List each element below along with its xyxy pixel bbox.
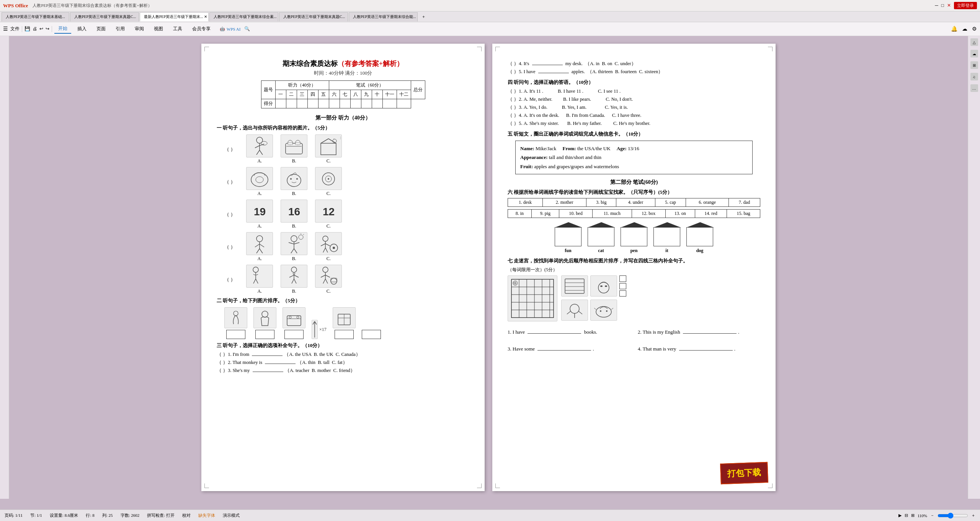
save-icon[interactable]: 💾 [24,26,30,32]
svg-line-14 [321,139,328,143]
listen-q2: （ ） A. [217,167,469,197]
svg-line-43 [303,234,304,235]
menu-view[interactable]: 视图 [150,25,167,33]
view-icon-1[interactable]: ▶ [898,513,902,518]
q2-option-c: C. [315,167,342,197]
tab-5[interactable]: 人教PEP英语三年级下册期末真题C... [279,12,348,21]
q3-option-c: 12 C. [315,200,342,229]
tab-6[interactable]: 人教PEP英语三年级下册期末综合能... [349,12,418,21]
menu-icon[interactable]: ☰ [3,26,8,32]
menu-home[interactable]: 开始 [54,24,71,34]
tab-2[interactable]: 人教PEP英语三年级下册期末真题C... [70,12,139,21]
q1-option-c: | C. [315,134,342,164]
q1-bracket: （ ） [224,146,235,153]
svg-rect-11 [288,143,292,145]
print-icon[interactable]: 🖨 [33,26,37,32]
mc-q3: （ ） 3. She's my （A. teacher B. mother C.… [217,367,469,374]
rt-icon-2[interactable]: ☁ [970,50,978,57]
sec7-content: 猫 [508,275,760,321]
sec7-img-4 [590,300,617,321]
page-right: （ ） 4. It's my desk. （A. in B. on C. und… [492,44,776,491]
svg-point-71 [262,311,268,317]
new-tab-btn[interactable]: ＋ [418,14,429,20]
status-view[interactable]: 演示模式 [223,513,240,518]
q3-option-b: 16 B. [281,200,307,229]
file-title: 人教PEP英语三年级下册期末综合素质达标（有参考答案+解析） [33,3,152,8]
page-subtitle: 时间：40分钟 满分：100分 [217,70,469,77]
right-icon-2[interactable]: ☁ [962,26,967,32]
svg-line-32 [260,244,264,247]
svg-line-33 [256,249,260,253]
section2-title: 二 听句子，给下列图片排序。（5分） [217,297,469,304]
zoom-out-btn[interactable]: － [930,513,934,518]
rt-icon-4[interactable]: ♫ [970,73,978,80]
svg-line-40 [294,249,297,253]
svg-point-18 [251,173,268,187]
status-calibrate[interactable]: 校对 [182,513,191,518]
house-cat: cat [588,222,614,254]
view-icon-2[interactable]: ⊟ [905,513,908,518]
menu-insert[interactable]: 插入 [74,25,90,33]
sec7-sent-3: 3. Have some . [508,344,630,353]
menu-review[interactable]: 审阅 [131,25,148,33]
svg-point-70 [234,311,238,316]
svg-point-44 [323,236,328,241]
svg-point-35 [291,236,297,242]
right-icon-3[interactable]: ⚙ [972,26,977,32]
zoom-slider[interactable] [938,513,968,519]
svg-line-47 [325,244,330,246]
status-line: 行: 8 [86,513,94,518]
rt-icon-1[interactable]: △ [970,38,978,46]
menu-ref[interactable]: 引用 [112,25,129,33]
zoom-in-btn[interactable]: ＋ [971,513,975,518]
svg-point-41 [299,235,303,239]
view-icon-3[interactable]: ⊞ [911,513,915,518]
section7-title: 七 走迷宫，按找到单词的先后顺序给相应图片排序，并写在四线三格内补全句子。 [508,257,760,264]
page-title: 期末综合素质达标（有参考答案+解析） [217,59,469,68]
menu-page[interactable]: 页面 [93,25,109,33]
file-menu[interactable]: 文件 [10,26,20,32]
sec4-questions: （ ）1. A. It's 11 . B. I have 11 . C. I s… [508,88,760,127]
redo-icon[interactable]: ↪ [46,26,49,32]
word-table-2: 8. in 9. pig 10. bed 11. much 12. box 13… [508,209,760,218]
q5-option-b: B. [281,265,307,294]
svg-line-48 [323,248,325,252]
menu-vip[interactable]: 会员专享 [188,25,214,33]
rp-mc-q4: （ ） 4. It's my desk. （A. in B. on C. und… [508,61,760,67]
login-btn[interactable]: 立即登录 [954,2,977,9]
q5-option-a: A. [246,265,273,294]
sec7-img-2 [590,275,617,297]
status-size: 设置量: 8.6厘米 [50,513,78,518]
close-btn[interactable]: ✕ [947,3,951,8]
q1-option-a: A. [246,134,273,164]
search-icon[interactable]: 🔍 [244,26,250,32]
seq-placeholder [362,307,381,339]
undo-icon[interactable]: ↩ [39,26,43,32]
sec7-checkboxes [619,275,646,297]
rt-icon-3[interactable]: ⊞ [970,61,978,69]
minimize-btn[interactable]: ─ [935,3,938,8]
right-icon-1[interactable]: 🔔 [951,26,957,32]
svg-text:12: 12 [323,206,335,218]
rp-mc-q5: （ ） 5. I have apples. （A. thirteen B. fo… [508,69,760,75]
total-label: 总分 [411,81,425,99]
q2-option-b: B. [281,167,307,197]
score-label-1: 题号 [261,81,275,99]
tab-1[interactable]: 人教PEP英语三年级下册期末基础... [2,12,69,21]
watermark-label[interactable]: 打包下载 [720,462,768,484]
q1-option-b: B. [281,134,307,164]
sec4-q5: （ ）5. A. She's my sister. B. He's my fat… [508,120,760,127]
tab-4[interactable]: 人教PEP英语三年级下册期末综合素... [209,12,278,21]
menu-tools[interactable]: 工具 [169,25,186,33]
tab-3[interactable]: 最新人教PEP英语三年级下册期末... ✕ [140,12,209,21]
info-card: Name: Mike/Jack From: the USA/the UK Age… [515,141,753,174]
svg-point-99 [600,285,603,287]
status-section: 节: 1/1 [30,513,42,518]
app-logo: WPS Office [3,3,28,9]
maximize-btn[interactable]: □ [941,3,944,8]
rt-icon-5[interactable]: … [970,84,978,92]
section6-title: 六 根据所给单词画线字母的读音给下列画线宝宝找家。（只写序号）(5分） [508,189,760,196]
sec7-img-1 [561,275,588,297]
score-table: 题号 听力（40分） 笔试（60分） 总分 一 二 三 四 五 六 七 八 九 … [261,80,425,108]
wps-ai-label[interactable]: WPS AI [227,27,240,31]
